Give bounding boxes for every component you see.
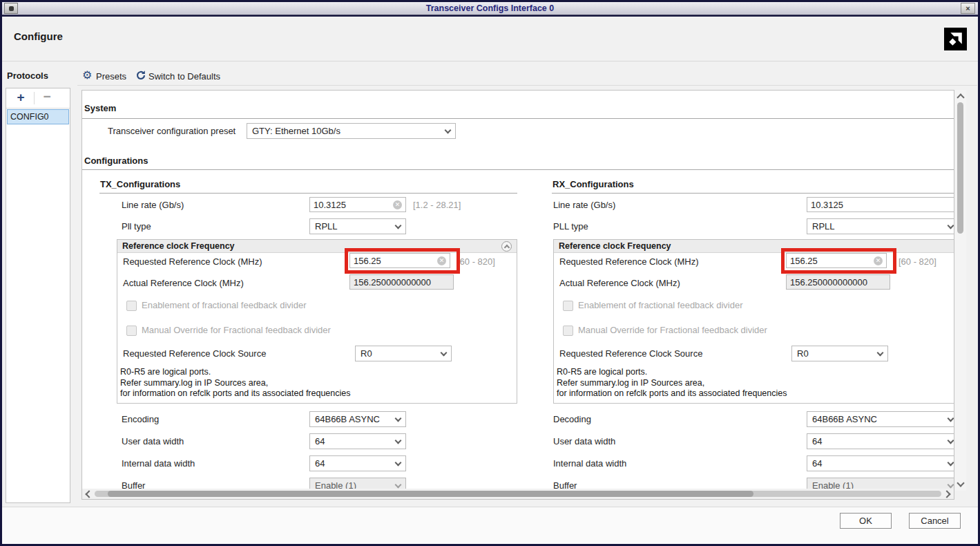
chevron-down-icon xyxy=(445,126,452,133)
user-data-width-label: User data width xyxy=(122,436,184,447)
line-rate-value: 10.3125 xyxy=(314,200,346,210)
chevron-down-icon xyxy=(441,349,448,356)
vertical-scroll-thumb[interactable] xyxy=(957,102,963,234)
frac-enable-label: Enablement of fractional feedback divide… xyxy=(578,300,742,311)
frac-override-checkbox xyxy=(126,326,137,336)
scroll-down-arrow[interactable] xyxy=(957,479,964,487)
annotation-highlight xyxy=(345,248,460,274)
frac-override-checkbox xyxy=(563,326,573,336)
internal-data-width-value: 64 xyxy=(315,458,325,469)
pll-type-select[interactable]: RPLL xyxy=(807,218,954,234)
user-data-width-value: 64 xyxy=(315,436,325,446)
refclk-note-line3: for information on refclk ports and its … xyxy=(557,388,787,399)
pll-type-value: RPLL xyxy=(315,221,338,232)
user-data-width-label: User data width xyxy=(553,436,615,447)
toolbar-divider xyxy=(34,92,35,104)
tx-configurations-title: TX_Configurations xyxy=(100,179,180,190)
page-title: Configure xyxy=(14,30,63,42)
config-scroll-panel: System Transceiver configuration preset … xyxy=(81,90,954,500)
encoding-select[interactable]: 64B66B ASYNC xyxy=(309,411,406,427)
refclk-source-select[interactable]: R0 xyxy=(355,346,452,361)
chevron-down-icon xyxy=(395,415,402,422)
requested-refclk-label: Requested Reference Clock (MHz) xyxy=(559,256,699,267)
add-protocol-button[interactable]: + xyxy=(13,90,28,105)
line-rate-input[interactable]: 10.3125 xyxy=(807,197,954,212)
window-title: Transceiver Configs Interface 0 xyxy=(2,3,978,13)
transceiver-preset-select[interactable]: GTY: Ethernet 10Gb/s xyxy=(247,123,456,139)
user-data-width-select[interactable]: 64 xyxy=(309,433,406,449)
list-item-config0[interactable]: CONFIG0 xyxy=(7,109,69,124)
scroll-up-arrow[interactable] xyxy=(957,93,964,101)
transceiver-preset-value: GTY: Ethernet 10Gb/s xyxy=(252,126,340,136)
refclk-group-title: Reference clock Frequency xyxy=(122,241,235,251)
refclk-source-label: Requested Reference Clock Source xyxy=(123,348,266,359)
horizontal-scrollbar[interactable] xyxy=(82,489,954,499)
collapse-icon[interactable] xyxy=(501,241,512,252)
pll-type-value: RPLL xyxy=(812,221,835,232)
refresh-icon xyxy=(135,70,146,81)
configurations-separator xyxy=(82,169,954,170)
protocols-title: Protocols xyxy=(7,70,48,82)
encoding-value: 64B66B ASYNC xyxy=(315,414,380,424)
gear-icon: ⚙ xyxy=(82,69,92,82)
chevron-down-icon xyxy=(395,481,402,488)
refclk-note: R0-R5 are logical ports. Refer summary.l… xyxy=(120,367,351,399)
internal-data-width-label: Internal data width xyxy=(553,458,626,469)
line-rate-label: Line rate (Gb/s) xyxy=(553,200,615,211)
line-rate-input[interactable]: 10.3125 ✕ xyxy=(309,197,406,212)
scroll-left-arrow[interactable] xyxy=(85,490,93,498)
internal-data-width-select[interactable]: 64 xyxy=(807,455,954,471)
header-separator xyxy=(2,61,978,62)
pll-type-label: PLL type xyxy=(553,221,588,232)
switch-to-defaults-button[interactable]: Switch to Defaults xyxy=(148,71,220,82)
line-rate-range: [1.2 - 28.21] xyxy=(413,200,461,211)
refclk-note-line1: R0-R5 are logical ports. xyxy=(120,367,351,378)
close-button[interactable]: × xyxy=(961,3,975,14)
scroll-right-arrow[interactable] xyxy=(943,490,950,498)
system-section-title: System xyxy=(84,103,116,114)
plus-icon: + xyxy=(17,90,24,104)
refclk-note-line2: Refer summary.log in IP Sources area, xyxy=(557,378,787,389)
chevron-down-icon xyxy=(948,437,954,444)
cancel-button[interactable]: Cancel xyxy=(909,513,961,529)
footer xyxy=(2,507,978,544)
decoding-label: Decoding xyxy=(553,414,591,425)
frac-override-label: Manual Override for Fractional feedback … xyxy=(578,325,767,336)
protocols-toolbar: + − xyxy=(6,88,70,109)
horizontal-scroll-thumb[interactable] xyxy=(108,491,753,497)
refclk-source-select[interactable]: R0 xyxy=(791,346,888,361)
rx-configurations-title: RX_Configurations xyxy=(553,179,634,190)
rx-separator xyxy=(552,193,954,194)
actual-refclk-value: 156.250000000000 xyxy=(790,277,867,288)
ok-button[interactable]: OK xyxy=(840,513,892,529)
frac-enable-checkbox xyxy=(563,301,573,311)
user-data-width-select[interactable]: 64 xyxy=(807,433,954,449)
tx-separator xyxy=(99,193,517,194)
pll-type-select[interactable]: RPLL xyxy=(309,218,406,234)
refclk-source-value: R0 xyxy=(361,348,372,359)
annotation-highlight xyxy=(781,248,896,274)
decoding-value: 64B66B ASYNC xyxy=(812,414,877,424)
titlebar: Transceiver Configs Interface 0 × xyxy=(2,2,978,15)
encoding-label: Encoding xyxy=(122,414,159,425)
chevron-down-icon xyxy=(948,481,954,488)
frac-enable-checkbox xyxy=(126,301,137,311)
chevron-down-icon xyxy=(395,222,402,229)
chevron-down-icon xyxy=(948,415,954,422)
internal-data-width-select[interactable]: 64 xyxy=(309,455,406,471)
chevron-down-icon xyxy=(395,459,402,466)
requested-refclk-range: [60 - 820] xyxy=(899,256,936,267)
internal-data-width-label: Internal data width xyxy=(122,458,195,469)
decoding-select[interactable]: 64B66B ASYNC xyxy=(807,411,954,427)
internal-data-width-value: 64 xyxy=(812,458,822,469)
minus-icon: − xyxy=(43,89,50,104)
remove-protocol-button[interactable]: − xyxy=(39,90,55,105)
refclk-note-line1: R0-R5 are logical ports. xyxy=(557,367,787,378)
user-data-width-value: 64 xyxy=(812,436,822,446)
actual-refclk-value: 156.250000000000 xyxy=(354,277,431,288)
clear-icon[interactable]: ✕ xyxy=(393,200,402,209)
vertical-scrollbar[interactable] xyxy=(955,90,966,491)
refclk-group: Reference clock Frequency Requested Refe… xyxy=(553,239,954,404)
presets-button[interactable]: Presets xyxy=(96,71,126,82)
close-icon: × xyxy=(965,4,970,12)
